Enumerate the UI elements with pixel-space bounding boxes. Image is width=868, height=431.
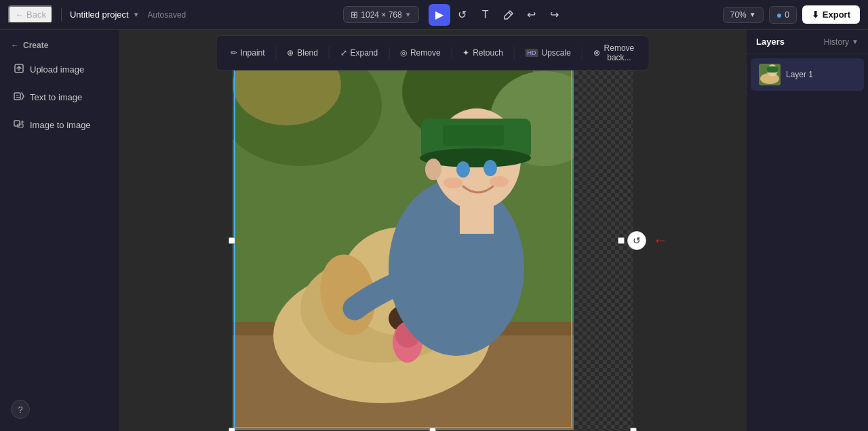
divider bbox=[329, 47, 330, 59]
upload-image-label: Upload image bbox=[30, 64, 84, 75]
svg-point-29 bbox=[484, 160, 497, 176]
canvas-size-label: 1024 × 768 bbox=[361, 10, 401, 20]
history-tab[interactable]: History ▼ bbox=[824, 37, 859, 47]
upscale-button[interactable]: HD Upscale bbox=[519, 45, 578, 61]
rotate-tool-button[interactable]: ↺ bbox=[452, 4, 473, 26]
chevron-down-icon: ▼ bbox=[405, 11, 412, 18]
canvas-toolbar: ✏ Inpaint ⊕ Blend ⤢ Expand ◎ Remove ✦ Re… bbox=[216, 35, 650, 70]
upscale-label: Upscale bbox=[542, 48, 571, 58]
history-label: History bbox=[824, 37, 849, 47]
inpaint-icon: ✏ bbox=[231, 48, 237, 58]
divider bbox=[276, 47, 277, 59]
svg-rect-2 bbox=[14, 121, 20, 126]
sidebar-create-section: ← Create bbox=[5, 37, 113, 54]
tool-buttons: ▶ ↺ T ↩ ↪ bbox=[429, 4, 566, 26]
remove-label: Remove bbox=[410, 48, 441, 58]
retouch-label: Retouch bbox=[473, 48, 503, 58]
handle-bottom-middle[interactable] bbox=[429, 428, 436, 431]
zoom-control[interactable]: 70% ▼ bbox=[723, 7, 764, 23]
upscale-badge: HD bbox=[526, 49, 538, 57]
remove-background-button[interactable]: ⊗ Remove back... bbox=[587, 40, 642, 66]
arrow-right-indicator: ← bbox=[653, 232, 668, 249]
back-button[interactable]: ← Back bbox=[8, 5, 53, 24]
autosaved-status: Autosaved bbox=[148, 10, 186, 20]
main-content: ← Create Upload image Text to image bbox=[0, 30, 868, 431]
svg-rect-23 bbox=[460, 200, 494, 234]
zoom-level: 70% bbox=[730, 10, 747, 20]
right-panel-header: Layers History ▼ bbox=[747, 30, 868, 54]
handle-middle-left[interactable] bbox=[229, 237, 235, 244]
layer-thumb-image bbox=[759, 64, 781, 85]
topbar-center: ⊞ 1024 × 768 ▼ ▶ ↺ T ↩ ↪ bbox=[191, 4, 717, 26]
handle-right-anchor[interactable] bbox=[618, 237, 625, 244]
handle-bottom-right[interactable] bbox=[630, 428, 637, 431]
inpaint-label: Inpaint bbox=[241, 48, 265, 58]
sidebar-footer: ? bbox=[5, 394, 113, 424]
download-icon: ⬇ bbox=[812, 9, 819, 20]
canvas-container: ↺ ← ↑ bbox=[233, 51, 633, 430]
topbar-right: 70% ▼ ● 0 ⬇ Export bbox=[723, 5, 860, 24]
right-panel: Layers History ▼ Layer 1 bbox=[746, 30, 868, 431]
sidebar-create-label: Create bbox=[23, 41, 48, 50]
project-title: Untitled project bbox=[70, 9, 129, 20]
arrow-left-icon: ← bbox=[11, 41, 19, 50]
divider bbox=[582, 47, 583, 59]
retouch-icon: ✦ bbox=[462, 48, 469, 58]
inpaint-button[interactable]: ✏ Inpaint bbox=[224, 45, 272, 61]
rotate-control-group: ↺ bbox=[618, 231, 646, 250]
layer-item[interactable]: Layer 1 bbox=[751, 58, 864, 91]
chevron-down-icon: ▼ bbox=[133, 11, 140, 18]
rotate-button[interactable]: ↺ bbox=[627, 231, 646, 250]
remove-bg-icon: ⊗ bbox=[593, 48, 600, 58]
expand-button[interactable]: ⤢ Expand bbox=[334, 45, 385, 61]
text-tool-button[interactable]: T bbox=[475, 4, 496, 26]
image-to-image-label: Image to image bbox=[30, 120, 91, 130]
divider bbox=[389, 47, 389, 59]
sidebar-item-upload-image[interactable]: Upload image bbox=[5, 57, 113, 82]
credits-count: 0 bbox=[785, 10, 789, 20]
sidebar: ← Create Upload image Text to image bbox=[0, 30, 119, 431]
canvas-area: ✏ Inpaint ⊕ Blend ⤢ Expand ◎ Remove ✦ Re… bbox=[119, 30, 746, 431]
export-label: Export bbox=[823, 9, 850, 20]
credits-badge: ● 0 bbox=[769, 6, 797, 24]
project-title-container[interactable]: Untitled project ▼ bbox=[70, 9, 140, 20]
sidebar-item-text-to-image[interactable]: Text to image bbox=[5, 85, 113, 110]
credits-icon: ● bbox=[776, 9, 782, 20]
undo-button[interactable]: ↩ bbox=[521, 4, 542, 26]
blend-icon: ⊕ bbox=[287, 48, 294, 58]
svg-point-32 bbox=[425, 159, 441, 180]
chevron-down-icon: ▼ bbox=[852, 38, 859, 45]
pen-tool-button[interactable] bbox=[498, 4, 519, 26]
remove-button[interactable]: ◎ Remove bbox=[393, 45, 448, 61]
svg-rect-1 bbox=[14, 93, 20, 100]
svg-point-30 bbox=[443, 178, 462, 188]
layer-thumbnail bbox=[759, 64, 781, 85]
svg-rect-36 bbox=[767, 66, 778, 73]
redo-button[interactable]: ↪ bbox=[544, 4, 566, 26]
topbar-divider bbox=[61, 8, 62, 22]
back-label: Back bbox=[26, 9, 46, 20]
layers-tab[interactable]: Layers bbox=[756, 37, 785, 47]
sidebar-item-image-to-image[interactable]: Image to image bbox=[5, 112, 113, 138]
export-button[interactable]: ⬇ Export bbox=[802, 5, 860, 24]
blend-button[interactable]: ⊕ Blend bbox=[280, 45, 325, 61]
retouch-button[interactable]: ✦ Retouch bbox=[456, 45, 510, 61]
svg-point-28 bbox=[456, 161, 470, 178]
canvas-image[interactable] bbox=[233, 51, 574, 430]
canvas-image-svg bbox=[233, 51, 574, 430]
upload-icon bbox=[14, 63, 24, 76]
select-tool-button[interactable]: ▶ bbox=[429, 4, 450, 26]
canvas-size-control[interactable]: ⊞ 1024 × 768 ▼ bbox=[343, 6, 418, 23]
handle-bottom-left[interactable] bbox=[229, 428, 235, 431]
remove-icon: ◎ bbox=[400, 48, 407, 58]
expand-icon: ⤢ bbox=[340, 48, 347, 58]
help-button[interactable]: ? bbox=[11, 400, 30, 419]
divider bbox=[514, 47, 515, 59]
text-image-icon bbox=[14, 91, 24, 104]
topbar: ← Back Untitled project ▼ Autosaved ⊞ 10… bbox=[0, 0, 868, 30]
back-icon: ← bbox=[15, 9, 24, 20]
blend-label: Blend bbox=[297, 48, 318, 58]
resize-icon: ⊞ bbox=[351, 9, 358, 20]
layer-name: Layer 1 bbox=[786, 70, 813, 79]
svg-point-31 bbox=[490, 176, 509, 187]
